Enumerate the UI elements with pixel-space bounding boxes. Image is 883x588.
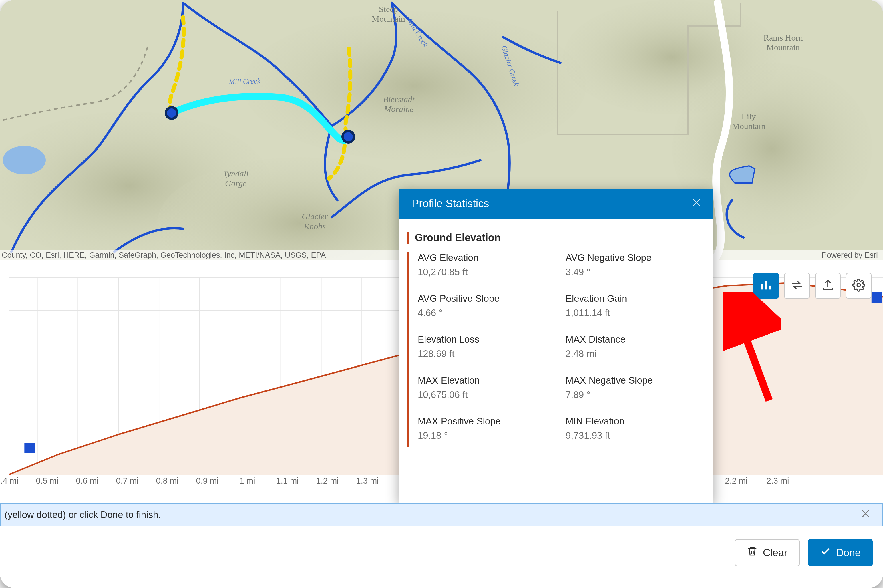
export-button[interactable] [815, 273, 841, 298]
trash-icon [747, 546, 758, 560]
check-icon [820, 546, 831, 560]
stat-max-elev: MAX Elevation 10,675.06 ft [418, 375, 560, 400]
done-button[interactable]: Done [808, 539, 873, 566]
svg-rect-28 [769, 286, 771, 290]
swap-icon [790, 279, 804, 293]
stats-button[interactable] [753, 273, 779, 298]
svg-rect-27 [765, 281, 767, 290]
stats-title: Profile Statistics [412, 198, 489, 210]
map-powered-by: Powered by Esri [822, 251, 878, 260]
route-start-node [166, 107, 177, 118]
reverse-button[interactable] [784, 273, 810, 298]
stats-group-title: Ground Elevation [408, 232, 708, 244]
stat-elev-loss: Elevation Loss 128.69 ft [418, 334, 560, 359]
stats-grid: AVG Elevation 10,270.85 ft AVG Negative … [408, 252, 708, 447]
stat-elev-gain: Elevation Gain 1,011.14 ft [565, 293, 708, 318]
chart-toolbar [753, 273, 871, 298]
stat-max-neg-slope: MAX Negative Slope 7.89 ° [565, 375, 708, 400]
export-icon [821, 279, 834, 293]
stat-avg-pos-slope: AVG Positive Slope 4.66 ° [418, 293, 560, 318]
close-icon [860, 510, 871, 521]
stat-min-elev: MIN Elevation 9,731.93 ft [565, 416, 708, 441]
resize-handle-icon[interactable] [705, 495, 714, 503]
stats-close-button[interactable] [691, 197, 702, 210]
chart-end-marker [871, 292, 882, 303]
route-end-node [343, 131, 354, 142]
stat-max-pos-slope: MAX Positive Slope 19.18 ° [418, 416, 560, 441]
stat-avg-neg-slope: AVG Negative Slope 3.49 ° [565, 252, 708, 278]
clear-label: Clear [763, 547, 787, 559]
bar-chart-icon [760, 279, 773, 293]
clear-button[interactable]: Clear [735, 539, 799, 566]
svg-point-29 [857, 284, 861, 287]
footer-actions: Clear Done [735, 539, 873, 566]
stat-avg-elevation: AVG Elevation 10,270.85 ft [418, 252, 560, 278]
instruction-text: (yellow dotted) or click Done to finish. [4, 509, 161, 520]
profile-statistics-popup[interactable]: Profile Statistics Ground Elevation AVG … [399, 189, 714, 503]
svg-rect-26 [761, 284, 763, 290]
chart-start-marker [24, 443, 34, 453]
instruction-message: (yellow dotted) or click Done to finish. [0, 503, 883, 526]
settings-button[interactable] [846, 273, 871, 298]
gear-icon [852, 279, 865, 293]
close-icon [691, 198, 702, 210]
stats-header[interactable]: Profile Statistics [399, 189, 714, 219]
map-attribution-text: County, CO, Esri, HERE, Garmin, SafeGrap… [2, 251, 326, 260]
lake [3, 146, 46, 174]
stat-max-dist: MAX Distance 2.48 mi [565, 334, 708, 359]
instruction-close-button[interactable] [860, 508, 871, 521]
done-label: Done [836, 547, 861, 559]
